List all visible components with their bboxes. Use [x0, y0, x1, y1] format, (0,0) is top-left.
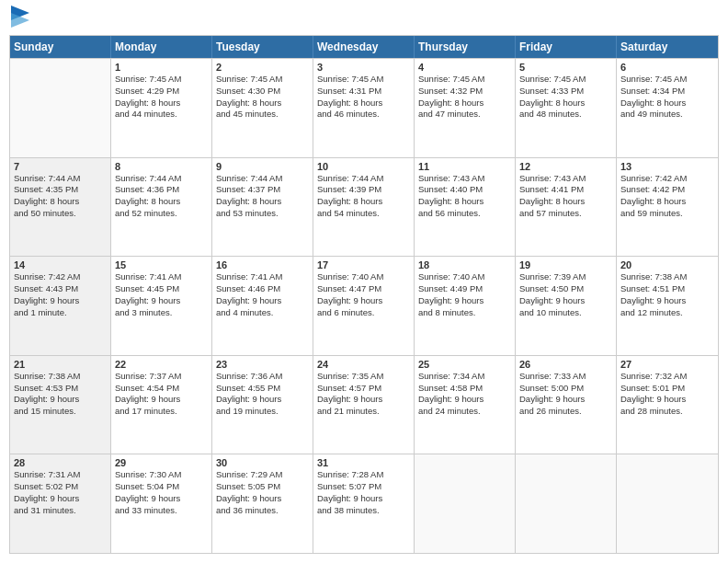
day-number: 4	[418, 62, 511, 73]
cell-line: and 56 minutes.	[418, 208, 511, 220]
day-number: 28	[14, 457, 107, 468]
cell-line: Sunrise: 7:44 AM	[216, 173, 309, 185]
cell-line: Sunrise: 7:42 AM	[14, 271, 107, 283]
day-number: 16	[216, 259, 309, 270]
cell-line: and 46 minutes.	[317, 109, 410, 121]
cell-line: Sunset: 4:46 PM	[216, 283, 309, 295]
calendar-cell: 14Sunrise: 7:42 AMSunset: 4:43 PMDayligh…	[10, 257, 111, 355]
cell-line: Daylight: 9 hours	[216, 493, 309, 505]
header-day-saturday: Saturday	[617, 36, 718, 58]
cell-line: Daylight: 8 hours	[418, 196, 511, 208]
cell-line: Sunrise: 7:45 AM	[620, 74, 714, 86]
calendar-cell: 22Sunrise: 7:37 AMSunset: 4:54 PMDayligh…	[111, 356, 212, 454]
calendar-cell	[10, 59, 111, 157]
cell-line: Sunset: 4:31 PM	[317, 86, 410, 98]
cell-line: Sunset: 4:47 PM	[317, 283, 410, 295]
cell-line: Daylight: 8 hours	[519, 196, 612, 208]
header-day-wednesday: Wednesday	[313, 36, 415, 58]
calendar-cell: 1Sunrise: 7:45 AMSunset: 4:29 PMDaylight…	[111, 59, 212, 157]
cell-line: Sunset: 4:30 PM	[216, 86, 309, 98]
cell-line: Sunset: 4:36 PM	[115, 184, 208, 196]
calendar-cell	[516, 454, 617, 553]
calendar-cell: 11Sunrise: 7:43 AMSunset: 4:40 PMDayligh…	[415, 158, 516, 257]
cell-line: Daylight: 8 hours	[317, 98, 410, 109]
calendar-cell: 7Sunrise: 7:44 AMSunset: 4:35 PMDaylight…	[10, 158, 111, 257]
day-number: 6	[620, 62, 714, 73]
day-number: 25	[418, 359, 511, 370]
cell-line: and 1 minute.	[14, 307, 107, 319]
cell-line: and 48 minutes.	[519, 109, 612, 121]
cell-line: and 59 minutes.	[620, 208, 714, 220]
cell-line: Sunrise: 7:35 AM	[317, 371, 410, 383]
cell-line: Sunrise: 7:28 AM	[317, 469, 410, 481]
cell-line: Daylight: 9 hours	[620, 394, 714, 406]
cell-line: and 8 minutes.	[418, 307, 511, 319]
cell-line: and 4 minutes.	[216, 307, 309, 319]
calendar-cell: 18Sunrise: 7:40 AMSunset: 4:49 PMDayligh…	[415, 257, 516, 355]
header-day-friday: Friday	[516, 36, 617, 58]
cell-line: Daylight: 8 hours	[216, 196, 309, 208]
day-number: 9	[216, 161, 309, 172]
calendar-cell: 16Sunrise: 7:41 AMSunset: 4:46 PMDayligh…	[212, 257, 313, 355]
cell-line: Daylight: 9 hours	[14, 493, 107, 505]
cell-line: Sunset: 5:07 PM	[317, 481, 410, 493]
cell-line: Sunset: 4:42 PM	[620, 184, 714, 196]
cell-line: Sunrise: 7:34 AM	[418, 371, 511, 383]
cell-line: Daylight: 8 hours	[14, 196, 107, 208]
cell-line: Daylight: 8 hours	[519, 98, 612, 109]
cell-line: Daylight: 8 hours	[418, 98, 511, 109]
cell-line: Sunrise: 7:32 AM	[620, 371, 714, 383]
cell-line: Daylight: 9 hours	[317, 493, 410, 505]
calendar-cell: 28Sunrise: 7:31 AMSunset: 5:02 PMDayligh…	[10, 454, 111, 553]
calendar-cell: 20Sunrise: 7:38 AMSunset: 4:51 PMDayligh…	[617, 257, 718, 355]
cell-line: Daylight: 9 hours	[115, 394, 208, 406]
day-number: 11	[418, 161, 511, 172]
cell-line: Sunset: 5:01 PM	[620, 383, 714, 395]
calendar-cell: 3Sunrise: 7:45 AMSunset: 4:31 PMDaylight…	[313, 59, 415, 157]
calendar-cell: 25Sunrise: 7:34 AMSunset: 4:58 PMDayligh…	[415, 356, 516, 454]
cell-line: Sunset: 4:49 PM	[418, 283, 511, 295]
day-number: 5	[519, 62, 612, 73]
logo	[9, 9, 29, 28]
calendar-cell: 29Sunrise: 7:30 AMSunset: 5:04 PMDayligh…	[111, 454, 212, 553]
cell-line: and 15 minutes.	[14, 406, 107, 418]
day-number: 27	[620, 359, 714, 370]
cell-line: Daylight: 9 hours	[620, 295, 714, 307]
cell-line: and 28 minutes.	[620, 406, 714, 418]
day-number: 20	[620, 259, 714, 270]
day-number: 23	[216, 359, 309, 370]
calendar-row-2: 7Sunrise: 7:44 AMSunset: 4:35 PMDaylight…	[10, 157, 718, 257]
logo-icon	[11, 6, 29, 28]
cell-line: Daylight: 9 hours	[14, 394, 107, 406]
cell-line: Sunrise: 7:45 AM	[519, 74, 612, 86]
day-number: 7	[14, 161, 107, 172]
day-number: 21	[14, 359, 107, 370]
day-number: 14	[14, 259, 107, 270]
calendar-cell: 17Sunrise: 7:40 AMSunset: 4:47 PMDayligh…	[313, 257, 415, 355]
cell-line: and 17 minutes.	[115, 406, 208, 418]
day-number: 1	[115, 62, 208, 73]
cell-line: and 49 minutes.	[620, 109, 714, 121]
cell-line: Daylight: 8 hours	[115, 196, 208, 208]
cell-line: Daylight: 9 hours	[519, 295, 612, 307]
day-number: 2	[216, 62, 309, 73]
header-day-thursday: Thursday	[415, 36, 516, 58]
day-number: 29	[115, 457, 208, 468]
cell-line: Sunset: 4:41 PM	[519, 184, 612, 196]
cell-line: Sunrise: 7:45 AM	[115, 74, 208, 86]
day-number: 30	[216, 457, 309, 468]
cell-line: Sunset: 4:55 PM	[216, 383, 309, 395]
cell-line: Sunset: 4:50 PM	[519, 283, 612, 295]
cell-line: Daylight: 9 hours	[519, 394, 612, 406]
calendar-cell	[617, 454, 718, 553]
cell-line: Sunset: 4:32 PM	[418, 86, 511, 98]
cell-line: Daylight: 8 hours	[115, 98, 208, 109]
cell-line: Daylight: 8 hours	[317, 196, 410, 208]
cell-line: and 19 minutes.	[216, 406, 309, 418]
calendar-cell: 4Sunrise: 7:45 AMSunset: 4:32 PMDaylight…	[415, 59, 516, 157]
calendar: SundayMondayTuesdayWednesdayThursdayFrid…	[9, 35, 719, 554]
cell-line: Sunset: 4:37 PM	[216, 184, 309, 196]
cell-line: and 54 minutes.	[317, 208, 410, 220]
header-day-tuesday: Tuesday	[212, 36, 313, 58]
cell-line: Sunrise: 7:44 AM	[14, 173, 107, 185]
